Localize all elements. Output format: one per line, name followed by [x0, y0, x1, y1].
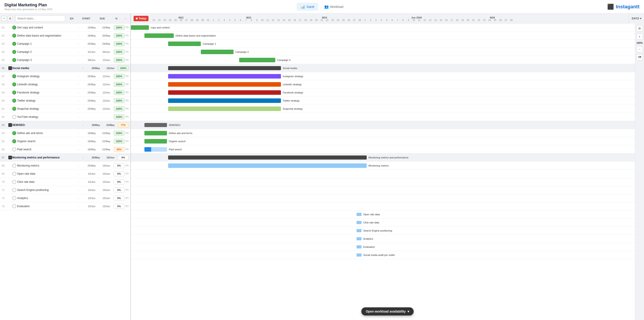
expand-button[interactable]: −: [8, 156, 12, 159]
gantt-task-row[interactable]: Facebook strategy: [131, 88, 635, 96]
gantt-task-row[interactable]: Paid search: [131, 145, 635, 154]
task-row[interactable]: 60✓Twitter strategy-25/May12/Jun100%NN: [0, 96, 130, 105]
gantt-task-row[interactable]: Snapchat strategy: [131, 105, 635, 113]
task-checkbox[interactable]: ✓: [12, 131, 16, 135]
col-header-pct[interactable]: %: [110, 17, 122, 20]
gantt-bar[interactable]: [168, 90, 281, 95]
gantt-bar[interactable]: [201, 50, 234, 54]
task-row[interactable]: 71○Search Engine positioning-15/Jun15/Ju…: [0, 186, 130, 194]
grid-view-button[interactable]: ⊞: [8, 16, 13, 21]
gantt-task-row[interactable]: Twitter strategy: [131, 96, 635, 105]
today-button[interactable]: Today: [134, 16, 148, 21]
task-row[interactable]: 66○Paid search-18/May22/May30%NN: [0, 145, 130, 154]
task-checkbox[interactable]: ✓: [12, 34, 16, 38]
task-checkbox[interactable]: ✓: [12, 42, 16, 46]
gantt-task-row[interactable]: LinkedIn strategy: [131, 80, 635, 88]
col-header-eh[interactable]: EH: [66, 17, 78, 20]
gantt-task-row[interactable]: Monitoring metrics and performance:: [131, 154, 635, 162]
task-row[interactable]: 67−Monitoring metrics and performance:-2…: [0, 154, 130, 162]
task-checkbox[interactable]: ○: [12, 196, 16, 200]
task-row[interactable]: 68○Monitoring metrics-25/May19/Jun0%NN: [0, 162, 130, 170]
task-checkbox[interactable]: ✓: [12, 50, 16, 54]
gantt-bar[interactable]: [168, 106, 281, 111]
task-checkbox[interactable]: ○: [12, 188, 16, 192]
gantt-map-button[interactable]: 🗺: [636, 54, 643, 60]
task-checkbox[interactable]: ○: [12, 204, 16, 208]
gantt-bar[interactable]: [168, 156, 367, 160]
task-checkbox[interactable]: ✓: [12, 107, 16, 111]
gantt-settings-button[interactable]: ⚙: [636, 25, 643, 32]
task-row[interactable]: 59✓Facebook strategy-25/May12/Jun100%NN: [0, 88, 130, 96]
task-row[interactable]: 51✓Get copy and content-15/May15/May100%…: [0, 24, 130, 32]
gantt-bar[interactable]: [131, 25, 149, 30]
task-checkbox[interactable]: ✓: [12, 74, 16, 78]
days-button[interactable]: DAYS ▾: [629, 14, 644, 24]
gantt-task-row[interactable]: Instagram strategy: [131, 72, 635, 80]
gantt-task-row[interactable]: Monitoring metrics: [131, 162, 635, 170]
gantt-bar[interactable]: [168, 98, 281, 103]
task-row[interactable]: 58✓LinkedIn strategy-25/May12/Jun100%NN: [0, 80, 130, 88]
task-checkbox[interactable]: ✓: [12, 58, 16, 62]
gantt-task-row[interactable]: [131, 186, 635, 194]
search-input[interactable]: [15, 15, 65, 22]
gantt-bar[interactable]: [144, 123, 167, 127]
gantt-task-row[interactable]: copy and content: [131, 24, 635, 32]
gantt-bar[interactable]: [168, 66, 281, 70]
task-row[interactable]: 52✓Define data bases and segmentation-18…: [0, 32, 130, 40]
gantt-bar[interactable]: [168, 164, 367, 168]
gantt-task-row[interactable]: [131, 170, 635, 178]
tab-gantt[interactable]: 📊 Gantt: [296, 3, 318, 10]
task-checkbox[interactable]: ✓: [12, 98, 16, 103]
col-header-start[interactable]: START: [78, 17, 94, 20]
gantt-task-row[interactable]: Organic search: [131, 137, 635, 145]
task-row[interactable]: 62○YouTube strategy-100%NN: [0, 113, 130, 121]
task-row[interactable]: 61✓Snapchat strategy-25/May12/Jun100%NN: [0, 105, 130, 113]
col-header-due[interactable]: DUE: [95, 17, 110, 20]
task-row[interactable]: 69○Open rate data-15/Jun15/Jun0%NN: [0, 170, 130, 178]
task-row[interactable]: 73○Evaluation-15/Jun15/Jun0%NN: [0, 202, 130, 210]
task-checkbox[interactable]: ○: [12, 172, 16, 176]
gantt-bar[interactable]: [144, 139, 167, 144]
task-row[interactable]: 54✓Campaign 2-01/Jun05/Jun100%NN: [0, 48, 130, 56]
task-row[interactable]: 64✓Define ads and terms-18/May22/May100%…: [0, 129, 130, 137]
gantt-bar[interactable]: [239, 58, 275, 62]
tab-workload[interactable]: 👥 Workload: [320, 3, 348, 10]
gantt-zoom-in-button[interactable]: +: [636, 34, 643, 40]
task-checkbox[interactable]: ✓: [12, 26, 16, 30]
gantt-task-row[interactable]: Define data bases and segmentation: [131, 32, 635, 40]
task-row[interactable]: 70○Click rate data-15/Jun15/Jun0%NN: [0, 178, 130, 186]
task-checkbox[interactable]: ✓: [12, 90, 16, 94]
add-row-button[interactable]: +: [2, 16, 7, 21]
expand-button[interactable]: −: [8, 123, 12, 127]
task-row[interactable]: 55✓Campaign 3-08/Jun12/Jun100%NN: [0, 56, 130, 64]
task-row[interactable]: 57✓Instagram strategy-25/May12/Jun100%NN: [0, 72, 130, 80]
gantt-task-row[interactable]: [131, 194, 635, 202]
gantt-task-row[interactable]: Social media:: [131, 64, 635, 72]
gantt-bar[interactable]: [168, 74, 281, 78]
gantt-task-row[interactable]: [131, 113, 635, 121]
gantt-task-row[interactable]: Campaign 3: [131, 56, 635, 64]
workload-availability-button[interactable]: Open workload availability ▾: [361, 307, 414, 316]
task-row[interactable]: 63−SEM/SEO:-18/May22/May77%: [0, 121, 130, 129]
task-checkbox[interactable]: ○: [12, 164, 16, 168]
gantt-zoom-out-button[interactable]: −: [636, 46, 643, 52]
task-checkbox[interactable]: ○: [12, 180, 16, 184]
task-checkbox[interactable]: ✓: [12, 139, 16, 143]
col-header-arrow[interactable]: ←: [123, 17, 128, 20]
gantt-task-row[interactable]: Define ads and terms: [131, 129, 635, 137]
task-row[interactable]: 56−Social media:-25/May12/Jun100%: [0, 64, 130, 72]
gantt-task-row[interactable]: SEM/SEO:: [131, 121, 635, 129]
gantt-task-row[interactable]: [131, 178, 635, 186]
task-row[interactable]: 72○Analytics-15/Jun15/Jun0%NN: [0, 194, 130, 202]
gantt-bar[interactable]: [144, 34, 174, 38]
gantt-task-row[interactable]: [131, 202, 635, 210]
gantt-bar[interactable]: [168, 82, 281, 87]
expand-button[interactable]: −: [8, 66, 12, 70]
task-checkbox[interactable]: ○: [12, 115, 16, 119]
task-row[interactable]: 65✓Organic search-18/May22/May100%NN: [0, 137, 130, 145]
gantt-bar[interactable]: [144, 131, 167, 136]
gantt-task-row[interactable]: Campaign 1: [131, 40, 635, 48]
task-row[interactable]: 53✓Campaign 1-25/May29/May100%NN: [0, 40, 130, 48]
task-checkbox[interactable]: ✓: [12, 82, 16, 86]
gantt-bar[interactable]: [168, 42, 201, 46]
